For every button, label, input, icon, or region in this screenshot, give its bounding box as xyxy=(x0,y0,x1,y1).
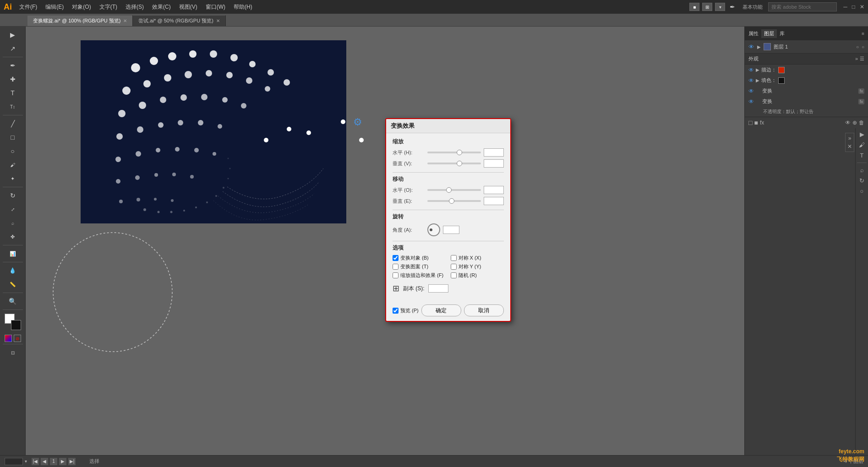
tool-blob[interactable]: ✦ xyxy=(5,172,20,185)
scale-h-thumb[interactable] xyxy=(457,150,462,155)
icon-square[interactable]: ■ xyxy=(689,3,699,11)
menu-file[interactable]: 文件(F) xyxy=(16,1,41,13)
copies-value[interactable]: 60 xyxy=(428,284,448,293)
tool-touch-type[interactable]: T↕ xyxy=(5,100,20,113)
preview-checkbox[interactable] xyxy=(393,308,399,314)
search-input[interactable] xyxy=(768,2,837,11)
tab-close-1[interactable]: ✕ xyxy=(216,18,220,23)
handle-tm[interactable] xyxy=(287,127,291,131)
delete-icon[interactable]: 🗑 xyxy=(859,119,864,126)
tab-1[interactable]: 尝试.ai* @ 50% (RGB/GPU 预览) ✕ xyxy=(133,15,225,26)
layer-visibility-eye[interactable]: 👁 xyxy=(748,43,754,50)
vert-shape-icon[interactable]: ○ xyxy=(860,188,864,195)
tab-layers[interactable]: 图层 xyxy=(761,29,777,38)
duplicate-icon[interactable]: ⊕ xyxy=(852,119,857,126)
mini-expand[interactable]: » xyxy=(847,135,852,141)
fill-arrow[interactable]: ▶ xyxy=(756,78,759,83)
transform-2-eye[interactable]: 👁 xyxy=(748,98,754,105)
tool-line[interactable]: ╱ xyxy=(5,117,20,130)
scale-h-value[interactable]: 90% xyxy=(484,148,504,157)
tool-eyedropper[interactable]: 💧 xyxy=(5,264,20,277)
tool-graph[interactable]: 📊 xyxy=(5,247,20,260)
ok-button[interactable]: 确定 xyxy=(421,304,461,316)
tool-puppet[interactable]: ✤ xyxy=(5,230,20,243)
restore-btn[interactable]: □ xyxy=(852,4,855,10)
tool-paintbrush[interactable]: 🖌 xyxy=(5,158,20,171)
transform-1-eye[interactable]: 👁 xyxy=(748,88,754,94)
stroke-swatch[interactable] xyxy=(778,67,785,73)
tool-warp[interactable]: ⌕ xyxy=(5,217,20,229)
tool-direct-select[interactable]: ↗ xyxy=(5,42,20,55)
nav-prev[interactable]: ◀ xyxy=(41,458,48,465)
checkbox-mirror-y[interactable] xyxy=(451,264,457,270)
zoom-dropdown[interactable]: ▾ xyxy=(25,459,27,464)
add-stroke-icon[interactable]: □ xyxy=(748,119,752,126)
tab-close-0[interactable]: ✕ xyxy=(123,18,127,23)
expand-icon[interactable]: » xyxy=(855,56,858,62)
tool-zoom[interactable]: 🔍 xyxy=(5,295,20,308)
menu-type[interactable]: 文字(T) xyxy=(96,1,121,13)
more-icon[interactable]: ☰ xyxy=(860,56,864,62)
dialog-title-bar[interactable]: 变换效果 xyxy=(386,119,510,133)
nav-page[interactable]: 1 xyxy=(50,458,57,465)
canvas-area[interactable]: ⚙ 变换效果 缩放 水平 (H): 90% xyxy=(26,27,744,455)
close-btn[interactable]: ✕ xyxy=(860,4,864,10)
layer-lock-icon[interactable]: ○ xyxy=(856,44,859,49)
minimize-btn[interactable]: ─ xyxy=(843,4,847,10)
gradient-swatch[interactable] xyxy=(5,335,12,342)
stroke-eye[interactable]: 👁 xyxy=(748,67,754,73)
visibility-icon[interactable]: 👁 xyxy=(845,119,851,126)
cancel-button[interactable]: 取消 xyxy=(464,304,504,316)
layer-expand-arrow[interactable]: ▶ xyxy=(757,44,761,49)
move-v-thumb[interactable] xyxy=(449,198,454,204)
move-v-value[interactable]: -15 px xyxy=(484,197,504,205)
vert-select-icon[interactable]: ▶ xyxy=(860,131,864,138)
layer-target-icon[interactable]: ○ xyxy=(862,44,864,49)
vert-paint-icon[interactable]: 🖌 xyxy=(859,141,865,148)
handle-br[interactable] xyxy=(359,138,364,142)
scale-v-slider[interactable] xyxy=(427,163,481,164)
scale-v-thumb[interactable] xyxy=(457,161,462,166)
tool-artboard[interactable]: ⊡ xyxy=(5,346,20,359)
fill-swatch[interactable] xyxy=(778,77,785,84)
checkbox-transform-object[interactable] xyxy=(393,255,399,261)
nav-next[interactable]: ▶ xyxy=(59,458,66,465)
checkbox-scale-stroke[interactable] xyxy=(393,272,399,278)
handle-tl[interactable] xyxy=(264,138,268,142)
fill-color[interactable] xyxy=(11,320,21,330)
menu-view[interactable]: 视图(V) xyxy=(175,1,201,13)
handle-tr[interactable] xyxy=(341,119,345,124)
menu-effect[interactable]: 效果(C) xyxy=(148,1,175,13)
tool-type[interactable]: T xyxy=(5,87,20,99)
angle-dial[interactable] xyxy=(427,223,440,236)
tab-properties[interactable]: 属性 xyxy=(748,30,759,37)
checkbox-random[interactable] xyxy=(451,272,457,278)
handle-tc[interactable] xyxy=(306,130,311,135)
icon-pen[interactable]: ✒ xyxy=(728,3,737,11)
tool-pen[interactable]: ✒ xyxy=(5,59,20,72)
vert-type-icon[interactable]: T xyxy=(860,152,864,159)
tool-ellipse[interactable]: ○ xyxy=(5,145,20,157)
tab-0[interactable]: 变换螺旋.ai* @ 100% (RGB/GPU 预览) ✕ xyxy=(27,15,133,26)
move-v-slider[interactable] xyxy=(427,200,481,202)
tool-measure[interactable]: 📏 xyxy=(5,278,20,291)
menu-select[interactable]: 选择(S) xyxy=(122,1,147,13)
gear-icon[interactable]: ⚙ xyxy=(353,116,362,128)
menu-help[interactable]: 帮助(H) xyxy=(230,1,256,13)
tool-add-anchor[interactable]: ✚ xyxy=(5,73,20,86)
add-fill-icon[interactable]: ■ xyxy=(754,119,758,126)
tool-scale[interactable]: ⤢ xyxy=(5,203,20,216)
rotate-value[interactable]: 8° xyxy=(443,226,459,234)
menu-edit[interactable]: 编辑(E) xyxy=(42,1,67,13)
vert-rotate-icon[interactable]: ↻ xyxy=(859,177,864,184)
mini-close[interactable]: ✕ xyxy=(847,143,852,150)
scale-v-value[interactable]: 90% xyxy=(484,159,504,168)
icon-chevron-down[interactable]: ▾ xyxy=(715,3,725,11)
move-h-slider[interactable] xyxy=(427,189,481,191)
scale-h-slider[interactable] xyxy=(427,152,481,153)
fill-eye[interactable]: 👁 xyxy=(748,77,754,84)
nav-first[interactable]: |◀ xyxy=(32,458,39,465)
checkbox-mirror-x[interactable] xyxy=(451,255,457,261)
nav-last[interactable]: ▶| xyxy=(68,458,76,465)
move-h-thumb[interactable] xyxy=(446,187,452,193)
